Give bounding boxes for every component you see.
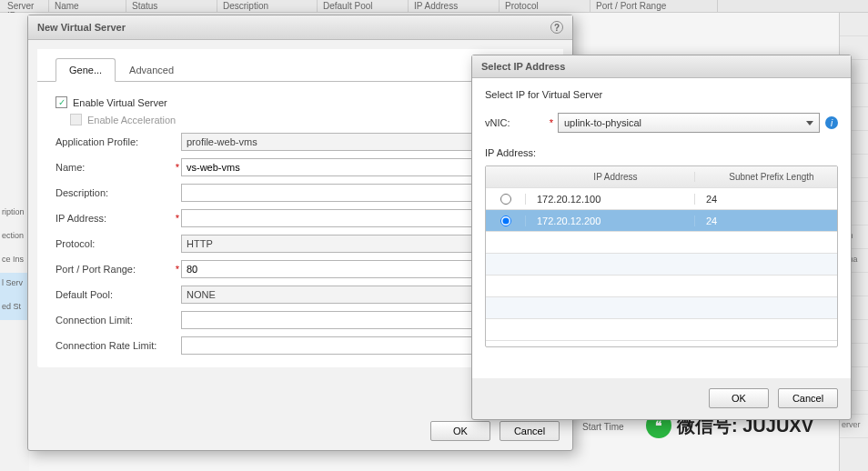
conn-rate-limit-label: Connection Rate Limit: [56, 340, 174, 351]
ip-row[interactable]: 172.20.12.200 24 [486, 210, 837, 232]
cancel-button[interactable]: Cancel [500, 421, 560, 441]
select-ip-address-dialog: Select IP Address Select IP for Virtual … [471, 55, 852, 420]
bg-table-header: Server ID Name Status Description Defaul… [0, 0, 868, 13]
info-icon[interactable]: i [825, 116, 838, 129]
ip-address-label: IP Address: [56, 213, 174, 224]
enable-acceleration-checkbox [70, 114, 82, 125]
cancel-button[interactable]: Cancel [778, 388, 838, 408]
dialog-title: Select IP Address [481, 61, 565, 72]
app-profile-label: Application Profile: [56, 136, 174, 147]
port-label: Port / Port Range: [56, 264, 174, 275]
ip-radio[interactable] [500, 194, 511, 205]
vnic-select[interactable]: uplink-to-physical [558, 113, 820, 133]
vnic-label: vNIC: [485, 117, 545, 128]
ip-col-header: IP Address [526, 172, 695, 182]
dialog-title-bar[interactable]: Select IP Address [472, 55, 851, 78]
ok-button[interactable]: OK [709, 388, 769, 408]
bg-left-strip: ription ection ce Ins l Serv ed St [0, 13, 29, 471]
sip-instruction: Select IP for Virtual Server [485, 89, 838, 100]
ip-address-input[interactable] [181, 209, 504, 227]
dialog-title: New Virtual Server [37, 22, 126, 33]
enable-acceleration-label: Enable Acceleration [87, 115, 176, 125]
default-pool-label: Default Pool: [56, 289, 174, 300]
prefix-col-header: Subnet Prefix Length [695, 172, 837, 182]
name-label: Name: [56, 162, 174, 173]
protocol-label: Protocol: [56, 238, 174, 249]
ip-address-table: IP Address Subnet Prefix Length 172.20.1… [485, 165, 838, 347]
tab-general[interactable]: Gene... [56, 58, 116, 82]
help-icon[interactable]: ? [550, 21, 563, 34]
ip-row[interactable]: 172.20.12.100 24 [486, 188, 837, 210]
chevron-down-icon [806, 121, 813, 125]
enable-virtual-server-checkbox[interactable]: ✓ [56, 96, 67, 108]
conn-limit-label: Connection Limit: [56, 315, 174, 326]
ip-radio[interactable] [500, 215, 511, 226]
ip-address-label: IP Address: [485, 147, 838, 158]
description-label: Description: [56, 187, 174, 198]
tab-advanced[interactable]: Advanced [116, 58, 187, 82]
dialog-title-bar[interactable]: New Virtual Server ? [28, 15, 572, 40]
ok-button[interactable]: OK [430, 421, 490, 441]
enable-virtual-server-label: Enable Virtual Server [73, 97, 167, 108]
vnic-value: uplink-to-physical [564, 117, 641, 128]
